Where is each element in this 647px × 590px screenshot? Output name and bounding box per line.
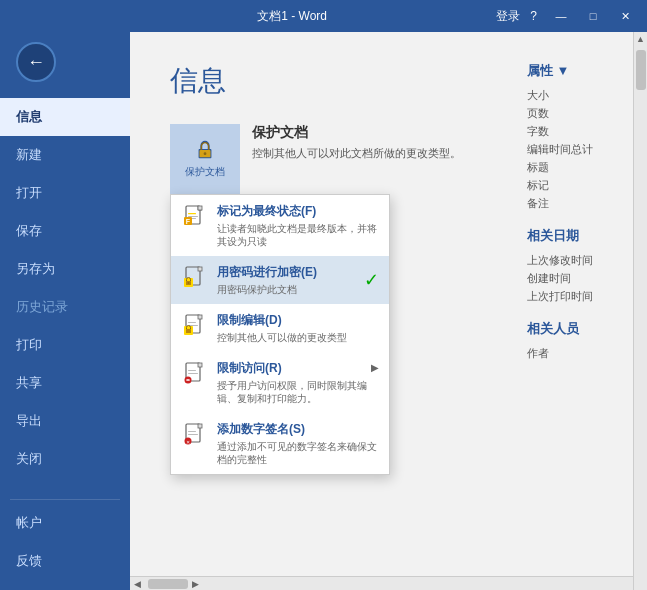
digital-sign-title: 添加数字签名(S) (217, 421, 379, 438)
protect-icon-box[interactable]: 保护文档 (170, 124, 240, 194)
svg-rect-7 (188, 216, 198, 217)
scroll-left-button[interactable]: ◀ (130, 577, 144, 591)
svg-point-15 (188, 282, 190, 284)
help-button[interactable]: ? (530, 9, 537, 23)
restrict-access-icon (181, 360, 209, 388)
menu-item-restrict-access[interactable]: 限制访问(R) 授予用户访问权限，同时限制其编辑、复制和打印能力。 ▶ (171, 352, 389, 413)
svg-rect-29 (198, 424, 202, 428)
people-section: 相关人员 作者 (527, 320, 627, 361)
svg-rect-5 (198, 206, 202, 210)
svg-rect-12 (198, 267, 202, 271)
restore-button[interactable]: □ (579, 6, 607, 26)
menu-item-restrict-edit[interactable]: 限制编辑(D) 控制其他人可以做的更改类型 (171, 304, 389, 352)
sidebar-item-new[interactable]: 新建 (0, 136, 130, 174)
title-text: 文档1 - Word (88, 8, 496, 25)
scroll-thumb[interactable] (636, 50, 646, 90)
encrypt-title: 用密码进行加密(E) (217, 264, 360, 281)
properties-section: 属性 ▼ 大小 页数 字数 编辑时间总计 标题 标记 备注 (527, 62, 627, 211)
sidebar-item-save[interactable]: 保存 (0, 212, 130, 250)
restrict-edit-title: 限制编辑(D) (217, 312, 379, 329)
dates-section: 相关日期 上次修改时间 创建时间 上次打印时间 (527, 227, 627, 304)
menu-item-mark-final[interactable]: F 标记为最终状态(F) 让读者知晓此文档是最终版本，并将其设为只读 (171, 195, 389, 256)
svg-rect-30 (188, 431, 196, 432)
back-icon: ← (27, 52, 45, 73)
svg-rect-23 (198, 363, 202, 367)
lock-icon (194, 139, 216, 161)
sidebar-separator (10, 499, 120, 500)
minimize-button[interactable]: — (547, 6, 575, 26)
encrypt-text: 用密码进行加密(E) 用密码保护此文档 (217, 264, 360, 296)
scroll-right-button[interactable]: ▶ (188, 577, 202, 591)
sidebar-item-print[interactable]: 打印 (0, 326, 130, 364)
properties-title[interactable]: 属性 ▼ (527, 62, 627, 82)
restrict-edit-icon (181, 312, 209, 340)
content-inner: 信息 保护文档 (130, 32, 633, 244)
right-panel: 属性 ▼ 大小 页数 字数 编辑时间总计 标题 标记 备注 相关日期 上次修改时… (527, 62, 627, 377)
created-item: 创建时间 (527, 271, 627, 286)
main-layout: ← 信息 新建 打开 保存 另存为 历史记录 打印 共享 导出 关闭 (0, 32, 647, 590)
size-item: 大小 (527, 88, 627, 103)
sidebar-item-account[interactable]: 帐户 (0, 504, 130, 542)
sidebar-item-export[interactable]: 导出 (0, 402, 130, 440)
svg-point-3 (204, 152, 207, 155)
last-print-item: 上次打印时间 (527, 289, 627, 304)
scroll-up-button[interactable]: ▲ (634, 32, 648, 46)
svg-rect-27 (186, 379, 189, 380)
login-button[interactable]: 登录 (496, 8, 520, 25)
svg-rect-17 (198, 315, 202, 319)
svg-rect-6 (188, 213, 196, 214)
restrict-edit-desc: 控制其他人可以做的更改类型 (217, 331, 379, 344)
protect-desc: 控制其他人可以对此文档所做的更改类型。 (252, 146, 461, 161)
sidebar-item-feedback[interactable]: 反馈 (0, 542, 130, 580)
sidebar: ← 信息 新建 打开 保存 另存为 历史记录 打印 共享 导出 关闭 (0, 32, 130, 590)
digital-sign-desc: 通过添加不可见的数字签名来确保文档的完整性 (217, 440, 379, 466)
restrict-access-title: 限制访问(R) (217, 360, 371, 377)
sidebar-item-open[interactable]: 打开 (0, 174, 130, 212)
restrict-access-arrow-icon: ▶ (371, 362, 379, 373)
mark-final-desc: 让读者知晓此文档是最终版本，并将其设为只读 (217, 222, 379, 248)
mark-final-title: 标记为最终状态(F) (217, 203, 379, 220)
restrict-access-text: 限制访问(R) 授予用户访问权限，同时限制其编辑、复制和打印能力。 (217, 360, 371, 405)
protect-text: 保护文档 控制其他人可以对此文档所做的更改类型。 (252, 124, 461, 161)
protect-icon-label: 保护文档 (185, 165, 225, 179)
protect-dropdown: F 标记为最终状态(F) 让读者知晓此文档是最终版本，并将其设为只读 (170, 194, 390, 475)
dates-title: 相关日期 (527, 227, 627, 247)
people-title: 相关人员 (527, 320, 627, 340)
title-item: 标题 (527, 160, 627, 175)
notes-item: 备注 (527, 196, 627, 211)
edit-time-item: 编辑时间总计 (527, 142, 627, 157)
protect-title: 保护文档 (252, 124, 461, 142)
sidebar-item-share[interactable]: 共享 (0, 364, 130, 402)
svg-rect-21 (186, 329, 191, 333)
pages-item: 页数 (527, 106, 627, 121)
tags-item: 标记 (527, 178, 627, 193)
digital-sign-text: 添加数字签名(S) 通过添加不可见的数字签名来确保文档的完整性 (217, 421, 379, 466)
encrypt-icon (181, 264, 209, 292)
words-item: 字数 (527, 124, 627, 139)
svg-rect-31 (188, 434, 198, 435)
restrict-access-desc: 授予用户访问权限，同时限制其编辑、复制和打印能力。 (217, 379, 371, 405)
last-modified-item: 上次修改时间 (527, 253, 627, 268)
menu-item-digital-sign[interactable]: ✕ 添加数字签名(S) 通过添加不可见的数字签名来确保文档的完整性 (171, 413, 389, 474)
horizontal-scrollbar[interactable]: ◀ ▶ (130, 576, 633, 590)
menu-item-encrypt[interactable]: 用密码进行加密(E) 用密码保护此文档 ✓ (171, 256, 389, 304)
back-button[interactable]: ← (16, 42, 56, 82)
mark-final-icon: F (181, 203, 209, 231)
sidebar-item-info[interactable]: 信息 (0, 98, 130, 136)
encrypt-check-icon: ✓ (364, 269, 379, 291)
digital-sign-icon: ✕ (181, 421, 209, 449)
svg-rect-24 (188, 370, 196, 371)
svg-rect-18 (188, 322, 196, 323)
author-item: 作者 (527, 346, 627, 361)
svg-text:✕: ✕ (186, 439, 190, 445)
restrict-edit-text: 限制编辑(D) 控制其他人可以做的更改类型 (217, 312, 379, 344)
sidebar-item-history[interactable]: 历史记录 (0, 288, 130, 326)
vertical-scrollbar[interactable]: ▲ (633, 32, 647, 590)
content-area: ▲ ◀ ▶ 信息 (130, 32, 647, 590)
sidebar-item-saveas[interactable]: 另存为 (0, 250, 130, 288)
mark-final-text: 标记为最终状态(F) 让读者知晓此文档是最终版本，并将其设为只读 (217, 203, 379, 248)
close-window-button[interactable]: ✕ (611, 6, 639, 26)
scroll-h-thumb[interactable] (148, 579, 188, 589)
sidebar-item-close[interactable]: 关闭 (0, 440, 130, 478)
encrypt-desc: 用密码保护此文档 (217, 283, 360, 296)
